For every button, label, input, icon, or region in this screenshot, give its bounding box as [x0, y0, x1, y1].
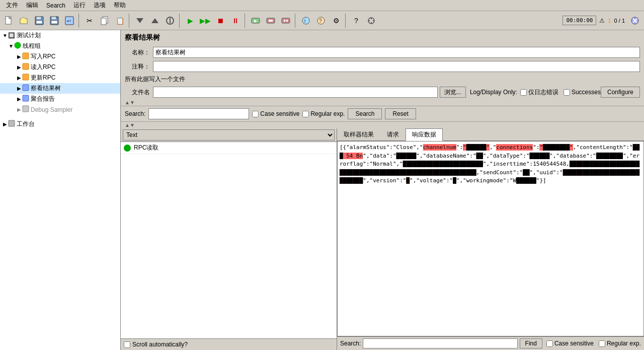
expand-workbench[interactable]: ▶: [2, 121, 8, 127]
stop-now-button[interactable]: ⏸: [228, 14, 243, 28]
start-no-pause-button[interactable]: ▶▶: [198, 14, 212, 28]
collapse-btn-2[interactable]: ▲▼: [125, 122, 135, 128]
menu-search[interactable]: Search: [42, 1, 69, 10]
tree-item-workbench[interactable]: ▶ 工作台: [0, 119, 120, 129]
bottom-case-sensitive-checkbox[interactable]: [546, 340, 553, 347]
save-button[interactable]: [32, 14, 46, 28]
expand-debugsampler[interactable]: ▶: [16, 107, 22, 112]
help-button[interactable]: ?: [349, 14, 363, 28]
expand-testplan[interactable]: ▼: [2, 33, 8, 38]
add-sampler-button[interactable]: ?: [314, 14, 328, 28]
expand-writerpc[interactable]: ▶: [16, 54, 22, 59]
readrpc-icon: [22, 63, 29, 72]
name-input[interactable]: [153, 47, 640, 58]
stop-button[interactable]: ⏹: [213, 14, 227, 28]
tree-label-aggregate: 聚合报告: [31, 95, 55, 103]
search-input[interactable]: [148, 108, 249, 119]
tree-label-testplan: 测试计划: [17, 31, 41, 40]
menu-help[interactable]: 帮助: [110, 0, 130, 11]
workbench-icon: [8, 120, 15, 128]
svg-text:↩: ↩: [67, 18, 71, 24]
clear-button[interactable]: [628, 14, 642, 28]
revert-button[interactable]: ↩: [62, 14, 76, 28]
testplan-icon: 🔲: [8, 32, 15, 39]
options-button[interactable]: [364, 14, 378, 28]
tree-item-threadgroup[interactable]: ▼ 线程组: [0, 41, 120, 51]
tab-sampler-result[interactable]: 取样器结果: [337, 128, 380, 141]
comment-input[interactable]: [153, 61, 640, 72]
svg-rect-38: [23, 74, 29, 80]
remote-stop-button[interactable]: [264, 14, 278, 28]
browse-button[interactable]: 浏览...: [440, 87, 466, 98]
expand-threadgroup[interactable]: ▼: [8, 43, 14, 49]
tree-item-resulttree[interactable]: ▶ 察看结果树: [0, 83, 120, 94]
case-sensitive-label[interactable]: Case sensitive: [252, 110, 299, 117]
bottom-search-input[interactable]: [363, 338, 517, 348]
menu-file[interactable]: 文件: [2, 0, 22, 11]
expand-all-button[interactable]: [133, 14, 147, 28]
name-row: 名称：: [121, 45, 644, 59]
new-button[interactable]: [2, 14, 16, 28]
debugsampler-icon: [22, 105, 29, 114]
start-button[interactable]: ▶: [183, 14, 197, 28]
expand-resulttree[interactable]: ▶: [16, 86, 22, 91]
regular-exp-label[interactable]: Regular exp.: [302, 110, 345, 117]
successes-checkbox-label[interactable]: Successes: [564, 89, 601, 96]
configure-button[interactable]: Configure: [601, 87, 640, 98]
tree-label-writerpc: 写入RPC: [31, 52, 55, 61]
expand-readrpc[interactable]: ▶: [16, 64, 22, 70]
text-dropdown[interactable]: Text: [123, 129, 335, 141]
tree-item-readrpc[interactable]: ▶ 读入RPC: [0, 62, 120, 73]
menu-run[interactable]: 运行: [69, 0, 90, 11]
comment-row: 注释：: [121, 59, 644, 74]
tree-item-testplan[interactable]: ▼ 🔲 测试计划: [0, 30, 120, 41]
text-row-rpc[interactable]: RPC读取: [121, 142, 337, 154]
paste-button[interactable]: 📋: [113, 14, 127, 28]
open-button[interactable]: [17, 14, 31, 28]
collapse-all-button[interactable]: [148, 14, 162, 28]
bottom-regular-exp-checkbox[interactable]: [599, 340, 605, 347]
scroll-auto-checkbox[interactable]: [124, 341, 130, 348]
file-input[interactable]: [153, 87, 438, 98]
save-all-button[interactable]: [47, 14, 61, 28]
errors-checkbox[interactable]: [520, 89, 527, 96]
scroll-auto-row: Scroll automatically?: [121, 338, 337, 350]
tree-item-debugsampler[interactable]: ▶ Debug Sampler: [0, 104, 120, 115]
successes-checkbox[interactable]: [564, 89, 570, 96]
log-display-label: Log/Display Only:: [470, 89, 517, 96]
bottom-regular-exp-label[interactable]: Regular exp.: [599, 340, 641, 347]
collapse-btn-1[interactable]: ▲▼: [125, 100, 135, 105]
copy-button[interactable]: [98, 14, 112, 28]
content-area: Text RPC读取 Scroll automatically?: [121, 128, 644, 350]
tab-response-data[interactable]: 响应数据: [406, 128, 443, 141]
tree-item-aggregate[interactable]: ▶ 聚合报告: [0, 94, 120, 104]
bottom-case-sensitive-label[interactable]: Case sensitive: [546, 340, 594, 347]
tree-item-updaterpc[interactable]: ▶ 更新RPC: [0, 73, 120, 83]
errors-checkbox-label[interactable]: 仅日志错误: [520, 88, 558, 97]
remote-start-button[interactable]: [249, 14, 263, 28]
menu-edit[interactable]: 编辑: [22, 0, 42, 11]
scroll-auto-label: Scroll automatically?: [132, 341, 188, 348]
rpc-label: RPC读取: [134, 144, 158, 152]
svg-rect-19: [269, 20, 273, 22]
find-button[interactable]: Find: [520, 338, 542, 348]
menu-options[interactable]: 选项: [90, 0, 110, 11]
separator-1: [78, 14, 80, 28]
toggle-button[interactable]: [163, 14, 177, 28]
expand-aggregate[interactable]: ▶: [16, 96, 22, 102]
separator-4: [245, 14, 247, 28]
svg-rect-8: [51, 21, 57, 24]
case-sensitive-checkbox[interactable]: [252, 111, 259, 117]
result-content: [{"alarmStatus":"Close","channelnum":"██…: [337, 141, 644, 336]
add-listener-button[interactable]: i: [299, 14, 313, 28]
regular-exp-checkbox[interactable]: [302, 111, 309, 117]
tab-request[interactable]: 请求: [380, 128, 406, 141]
tree-item-writerpc[interactable]: ▶ 写入RPC: [0, 51, 120, 62]
function-helper-button[interactable]: ⚙: [329, 14, 343, 28]
bottom-search-label: Search:: [340, 340, 361, 347]
expand-updaterpc[interactable]: ▶: [16, 75, 22, 81]
remote-stop-now-button[interactable]: [279, 14, 293, 28]
search-button[interactable]: Search: [348, 108, 382, 119]
reset-button[interactable]: Reset: [385, 108, 416, 119]
cut-button[interactable]: ✂: [83, 14, 97, 28]
